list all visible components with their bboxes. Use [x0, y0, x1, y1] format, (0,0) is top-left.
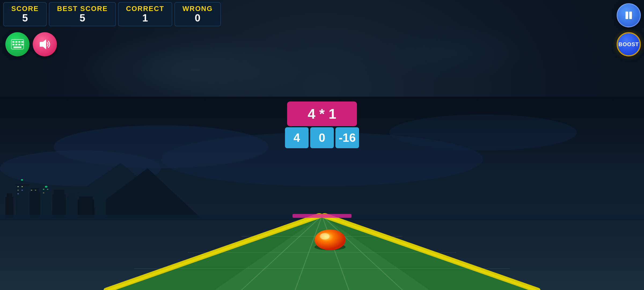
- svg-rect-62: [18, 44, 20, 45]
- wrong-label: WRONG: [182, 5, 213, 13]
- svg-rect-9: [16, 184, 28, 219]
- svg-rect-58: [18, 41, 20, 43]
- best-score-box: BEST SCORE 5: [49, 2, 116, 26]
- boost-label: BOOST: [619, 41, 639, 48]
- sound-button[interactable]: [33, 32, 57, 56]
- answer-option-1[interactable]: 0: [310, 127, 334, 148]
- svg-rect-20: [68, 193, 75, 198]
- best-score-label: BEST SCORE: [57, 5, 108, 13]
- svg-rect-60: [12, 44, 14, 45]
- svg-rect-35: [43, 193, 44, 193]
- svg-rect-15: [42, 186, 51, 218]
- question-block: 4 * 1 4 0 -16: [285, 102, 359, 148]
- svg-rect-18: [54, 190, 64, 195]
- svg-rect-27: [21, 186, 23, 187]
- svg-rect-51: [292, 214, 352, 218]
- svg-point-54: [320, 233, 330, 240]
- svg-rect-61: [15, 44, 17, 45]
- controls-left: [5, 32, 57, 56]
- boost-button[interactable]: BOOST: [617, 32, 641, 56]
- svg-rect-56: [12, 41, 14, 43]
- sound-icon: [38, 38, 52, 51]
- question-text: 4 * 1: [287, 102, 357, 126]
- svg-point-16: [45, 186, 47, 188]
- wrong-value: 0: [182, 13, 213, 24]
- hud-top: SCORE 5 BEST SCORE 5 CORRECT 1 WRONG 0: [0, 0, 644, 28]
- svg-rect-31: [31, 190, 32, 191]
- svg-rect-12: [15, 184, 30, 185]
- svg-marker-65: [40, 39, 46, 49]
- keyboard-icon: [11, 39, 24, 50]
- correct-box: CORRECT 1: [118, 2, 173, 26]
- svg-rect-59: [21, 41, 23, 43]
- score-label: SCORE: [11, 5, 39, 13]
- svg-rect-29: [17, 193, 19, 194]
- best-score-value: 5: [57, 13, 108, 24]
- svg-rect-34: [47, 189, 48, 190]
- svg-rect-67: [629, 12, 632, 19]
- answer-option-2[interactable]: -16: [335, 127, 359, 148]
- answer-options: 4 0 -16: [285, 127, 359, 148]
- score-box: SCORE 5: [3, 2, 47, 26]
- svg-rect-57: [15, 41, 17, 43]
- wrong-box: WRONG 0: [174, 2, 221, 26]
- svg-rect-30: [21, 190, 23, 191]
- svg-rect-24: [96, 191, 105, 195]
- svg-rect-32: [35, 190, 36, 191]
- svg-rect-8: [7, 193, 12, 199]
- pause-button[interactable]: [617, 3, 641, 27]
- svg-rect-64: [13, 46, 21, 48]
- svg-rect-17: [52, 194, 66, 218]
- pause-icon: [623, 10, 634, 21]
- svg-rect-26: [17, 186, 19, 187]
- correct-label: CORRECT: [126, 5, 164, 13]
- correct-value: 1: [126, 13, 164, 24]
- svg-point-11: [21, 179, 23, 180]
- score-value: 5: [11, 13, 39, 24]
- svg-rect-63: [21, 44, 23, 45]
- svg-rect-66: [625, 12, 628, 19]
- svg-rect-28: [17, 190, 19, 191]
- svg-rect-33: [43, 189, 44, 190]
- svg-rect-22: [79, 197, 93, 201]
- svg-rect-13: [30, 191, 40, 218]
- answer-option-0[interactable]: 4: [285, 127, 309, 148]
- svg-point-53: [314, 230, 346, 250]
- keyboard-button[interactable]: [5, 32, 30, 56]
